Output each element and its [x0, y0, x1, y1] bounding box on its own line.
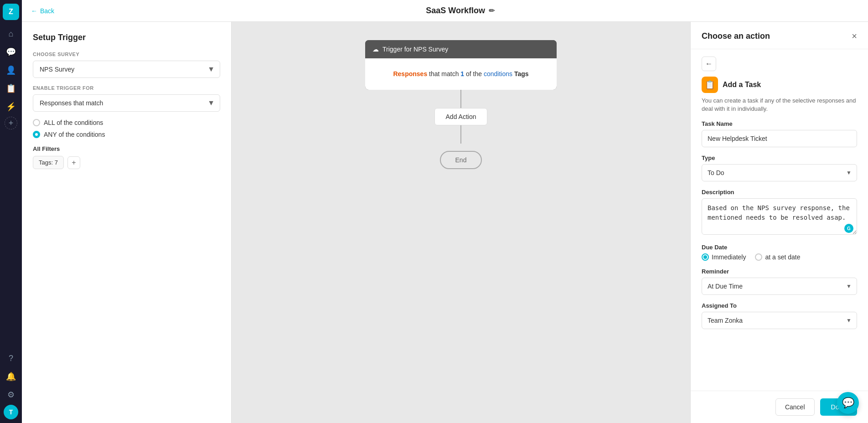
- task-name-label: Task Name: [702, 120, 857, 127]
- survey-select-wrapper: NPS Survey ▼: [33, 61, 220, 78]
- canvas-area: ☁ Trigger for NPS Survey Responses that …: [232, 22, 690, 423]
- trigger-select-wrapper: Responses that match ▼: [33, 94, 220, 112]
- trigger-header-text: Trigger for NPS Survey: [382, 46, 448, 53]
- condition-any-radio[interactable]: ANY of the conditions: [33, 131, 220, 138]
- connector-line-1: [460, 90, 461, 108]
- content-row: Setup Trigger CHOOSE SURVEY NPS Survey ▼…: [22, 22, 868, 423]
- settings-icon[interactable]: ⚙: [3, 387, 19, 403]
- help-icon[interactable]: ?: [3, 350, 19, 366]
- reminder-label: Reminder: [702, 268, 857, 275]
- cancel-button[interactable]: Cancel: [775, 398, 815, 416]
- canvas-workflow: ☁ Trigger for NPS Survey Responses that …: [365, 40, 557, 169]
- condition-all-circle: [33, 119, 40, 126]
- choose-survey-label: CHOOSE SURVEY: [33, 52, 220, 57]
- set-date-label: at a set date: [765, 253, 800, 261]
- reminder-select-wrapper: At Due Time 1 hour before 1 day before ▼: [702, 278, 857, 295]
- setup-trigger-title: Setup Trigger: [33, 33, 220, 42]
- assigned-label: Assigned To: [702, 302, 857, 309]
- due-date-immediately[interactable]: Immediately: [702, 253, 746, 261]
- immediately-label: Immediately: [712, 253, 746, 261]
- chat-bubble[interactable]: 💬: [837, 392, 859, 414]
- filter-row: Tags: 7 +: [33, 156, 220, 169]
- condition-radio-group: ALL of the conditions ANY of the conditi…: [33, 119, 220, 138]
- trigger-icon: ☁: [372, 46, 379, 53]
- sidebar-item-add[interactable]: +: [5, 117, 17, 129]
- due-date-set[interactable]: at a set date: [755, 253, 800, 261]
- trigger-header: ☁ Trigger for NPS Survey: [365, 40, 557, 58]
- action-name: Add a Task: [723, 81, 761, 89]
- assigned-select-wrapper: Team Zonka Unassigned ▼: [702, 312, 857, 329]
- assigned-select[interactable]: Team Zonka Unassigned: [702, 312, 857, 329]
- task-name-input[interactable]: [702, 130, 857, 147]
- right-panel-body: ← 📋 Add a Task You can create a task if …: [691, 49, 868, 391]
- trigger-card: ☁ Trigger for NPS Survey Responses that …: [365, 40, 557, 90]
- edit-icon[interactable]: ✏: [489, 6, 495, 15]
- match-text: that match: [429, 70, 460, 77]
- due-date-options: Immediately at a set date: [702, 253, 857, 261]
- action-task-icon: 📋: [702, 77, 718, 93]
- set-date-radio-dot: [755, 253, 762, 261]
- description-group: Description Based on the NPS survey resp…: [702, 189, 857, 237]
- action-description: You can create a task if any of the sele…: [702, 97, 857, 113]
- back-arrow-button[interactable]: ←: [702, 57, 716, 71]
- back-button[interactable]: ← Back: [31, 7, 54, 15]
- sidebar-item-chat[interactable]: 💬: [3, 44, 19, 60]
- filter-tag[interactable]: Tags: 7: [33, 156, 64, 169]
- trigger-body: Responses that match 1 of the conditions…: [365, 58, 557, 90]
- textarea-wrapper: Based on the NPS survey response, the me…: [702, 198, 857, 237]
- number-word: 1: [460, 70, 464, 77]
- workflow-title: SaaS Workflow ✏: [62, 6, 859, 15]
- type-label: Type: [702, 155, 857, 161]
- enable-trigger-label: ENABLE TRIGGER FOR: [33, 85, 220, 91]
- task-name-group: Task Name: [702, 120, 857, 147]
- bell-icon[interactable]: 🔔: [3, 368, 19, 385]
- avatar[interactable]: T: [4, 405, 18, 419]
- reminder-group: Reminder At Due Time 1 hour before 1 day…: [702, 268, 857, 295]
- sidebar-item-workflow[interactable]: ⚡: [3, 98, 19, 115]
- reminder-select[interactable]: At Due Time 1 hour before 1 day before: [702, 278, 857, 295]
- due-date-group: Due Date Immediately at a set date: [702, 244, 857, 261]
- filters-section: All Filters Tags: 7 +: [33, 145, 220, 169]
- add-filter-button[interactable]: +: [67, 156, 80, 169]
- of-text: of the: [466, 70, 484, 77]
- condition-any-circle: [33, 131, 40, 138]
- close-button[interactable]: ×: [852, 31, 857, 41]
- survey-select[interactable]: NPS Survey: [33, 61, 220, 78]
- top-header: ← Back SaaS Workflow ✏: [22, 0, 868, 22]
- end-node: End: [440, 151, 482, 169]
- type-select-wrapper: To Do In Progress Done ▼: [702, 164, 857, 181]
- responses-word: Responses: [393, 70, 427, 77]
- sidebar: Z ⌂ 💬 👤 📋 ⚡ + ? 🔔 ⚙ T: [0, 0, 22, 423]
- type-group: Type To Do In Progress Done ▼: [702, 155, 857, 181]
- assigned-group: Assigned To Team Zonka Unassigned ▼: [702, 302, 857, 329]
- back-label: Back: [40, 7, 54, 15]
- condition-all-label: ALL of the conditions: [44, 119, 103, 126]
- condition-any-label: ANY of the conditions: [44, 131, 105, 138]
- condition-all-radio[interactable]: ALL of the conditions: [33, 119, 220, 126]
- connector-line-2: [460, 125, 461, 144]
- type-select[interactable]: To Do In Progress Done: [702, 164, 857, 181]
- description-textarea[interactable]: Based on the NPS survey response, the me…: [702, 198, 857, 235]
- action-header: 📋 Add a Task: [702, 77, 857, 93]
- due-date-label: Due Date: [702, 244, 857, 251]
- setup-trigger-panel: Setup Trigger CHOOSE SURVEY NPS Survey ▼…: [22, 22, 232, 423]
- conditions-word: conditions: [484, 70, 512, 77]
- add-action-button[interactable]: Add Action: [434, 108, 488, 125]
- sidebar-item-user[interactable]: 👤: [3, 62, 19, 78]
- app-logo[interactable]: Z: [3, 4, 19, 20]
- tags-word: Tags: [514, 70, 529, 77]
- back-arrow-icon: ←: [31, 7, 37, 15]
- trigger-select[interactable]: Responses that match: [33, 94, 220, 112]
- sidebar-item-home[interactable]: ⌂: [3, 26, 19, 42]
- sidebar-item-survey[interactable]: 📋: [3, 80, 19, 97]
- main-content: ← Back SaaS Workflow ✏ Setup Trigger CHO…: [22, 0, 868, 423]
- filters-label: All Filters: [33, 145, 220, 152]
- right-panel: Choose an action × ← 📋 Add a Task You ca…: [690, 22, 868, 423]
- right-panel-title: Choose an action: [702, 31, 770, 41]
- description-label: Description: [702, 189, 857, 196]
- right-panel-header: Choose an action ×: [691, 22, 868, 49]
- immediately-radio-dot: [702, 253, 709, 261]
